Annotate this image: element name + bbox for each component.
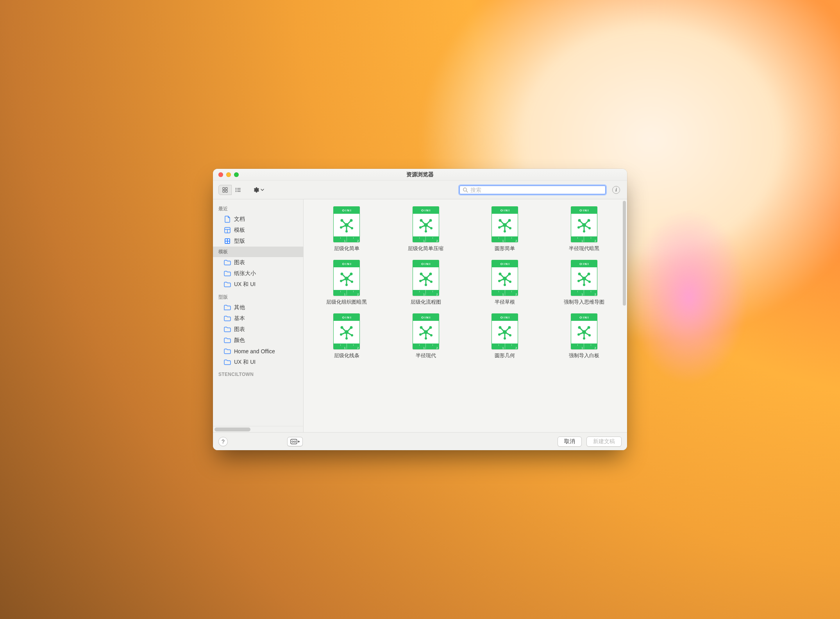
template-label: 圆形几何 — [495, 352, 515, 359]
template-item[interactable]: 层级化线条 — [309, 313, 384, 359]
settings-menu-button[interactable] — [251, 185, 266, 195]
list-view-button[interactable] — [231, 185, 245, 195]
template-item[interactable]: 层级化流程图 — [388, 260, 464, 306]
template-thumbnail — [571, 260, 597, 296]
svg-point-153 — [292, 441, 293, 442]
template-thumbnail — [571, 206, 597, 242]
template-thumbnail — [413, 206, 439, 242]
template-label: 强制导入思维导图 — [564, 299, 604, 306]
svg-line-26 — [342, 220, 347, 225]
svg-line-147 — [579, 327, 584, 332]
svg-point-4 — [236, 188, 237, 189]
stencil-icon — [224, 238, 231, 245]
sidebar-item-label: 颜色 — [234, 337, 245, 344]
template-item[interactable]: 半径现代 — [388, 313, 464, 359]
folder-icon — [224, 337, 231, 344]
titlebar: 资源浏览器 — [213, 169, 627, 181]
template-item[interactable]: 圆形几何 — [467, 313, 543, 359]
svg-rect-19 — [228, 242, 229, 243]
folder-icon — [224, 281, 231, 288]
resource-browser-window: 资源浏览器 i 最近 文档 — [213, 169, 627, 450]
template-item[interactable]: 强制导入白板 — [547, 313, 622, 359]
template-label: 半径现代暗黑 — [569, 245, 599, 252]
svg-line-27 — [347, 220, 351, 225]
svg-line-148 — [584, 327, 589, 332]
svg-rect-17 — [228, 239, 229, 241]
template-icon — [224, 227, 231, 234]
window-controls — [213, 172, 239, 177]
grid-view-button[interactable] — [218, 185, 232, 195]
template-item[interactable]: 强制导入思维导图 — [547, 260, 622, 306]
info-icon: i — [612, 186, 620, 194]
info-button[interactable]: i — [611, 184, 622, 195]
help-button[interactable]: ? — [218, 437, 228, 446]
sidebar-item-paper-sizes[interactable]: 纸张大小 — [213, 268, 303, 279]
sidebar-item-label: 型版 — [234, 238, 245, 245]
add-stencil-button[interactable] — [287, 437, 303, 446]
close-window-button[interactable] — [218, 172, 223, 177]
template-label: 层级化组织图暗黑 — [326, 299, 367, 306]
grid-view-icon — [222, 187, 228, 193]
gear-icon — [252, 186, 259, 193]
section-templates[interactable]: 模板 — [213, 247, 303, 257]
search-field[interactable] — [458, 184, 607, 195]
template-item[interactable]: 层级化简单压缩 — [388, 206, 464, 252]
footer: ? 取消 新建文稿 — [213, 432, 627, 450]
sidebar-item-label: 基本 — [234, 315, 245, 322]
svg-rect-0 — [223, 188, 225, 190]
sidebar-item-home-office[interactable]: Home and Office — [213, 346, 303, 357]
template-label: 强制导入白板 — [569, 352, 599, 359]
sidebar-item-documents[interactable]: 文档 — [213, 214, 303, 225]
search-icon — [463, 187, 468, 193]
template-thumbnail — [413, 313, 439, 349]
template-thumbnail — [571, 313, 597, 349]
sidebar-item-colors[interactable]: 颜色 — [213, 335, 303, 346]
sidebar-item-stencils[interactable]: 型版 — [213, 236, 303, 247]
sidebar-item-charts-2[interactable]: 图表 — [213, 324, 303, 335]
sidebar-hscrollbar[interactable] — [213, 426, 303, 432]
svg-line-103 — [579, 274, 584, 279]
cancel-button[interactable]: 取消 — [558, 437, 582, 447]
svg-point-8 — [236, 191, 237, 192]
template-thumbnail — [491, 313, 518, 349]
sidebar-item-other[interactable]: 其他 — [213, 302, 303, 313]
svg-line-115 — [347, 327, 351, 332]
svg-line-70 — [342, 274, 347, 279]
template-thumbnail — [333, 260, 360, 296]
template-item[interactable]: 圆形简单 — [467, 206, 543, 252]
template-item[interactable]: 层级化简单 — [309, 206, 384, 252]
template-item[interactable]: 半径现代暗黑 — [547, 206, 622, 252]
sidebar-item-ux-ui-2[interactable]: UX 和 UI — [213, 357, 303, 368]
sidebar-item-label: 图表 — [234, 326, 245, 333]
svg-line-81 — [421, 274, 426, 279]
sidebar-item-basic[interactable]: 基本 — [213, 313, 303, 324]
svg-line-92 — [500, 274, 505, 279]
content-vscrollbar[interactable] — [623, 201, 626, 306]
template-thumbnail — [333, 313, 360, 349]
sidebar-item-label: UX 和 UI — [234, 359, 256, 366]
svg-line-104 — [584, 274, 589, 279]
search-input[interactable] — [470, 187, 602, 193]
svg-line-48 — [500, 220, 505, 225]
sidebar: 最近 文档 模板 型版 模板 图表 纸张大小 — [213, 199, 304, 432]
sidebar-item-charts[interactable]: 图表 — [213, 257, 303, 268]
svg-line-82 — [426, 274, 431, 279]
section-stenciltown: STENCILTOWN — [213, 368, 303, 379]
svg-line-114 — [342, 327, 347, 332]
svg-line-60 — [584, 220, 589, 225]
svg-line-136 — [500, 327, 505, 332]
template-item[interactable]: 层级化组织图暗黑 — [309, 260, 384, 306]
folder-icon — [224, 304, 231, 311]
folder-icon — [224, 315, 231, 322]
template-grid: 层级化简单 层级化简单压缩 圆形简单 半径现代暗黑 层级化组织图暗黑 — [309, 206, 622, 359]
svg-rect-7 — [237, 190, 241, 190]
template-item[interactable]: 半径草根 — [467, 260, 543, 306]
minimize-window-button[interactable] — [226, 172, 231, 177]
svg-rect-3 — [225, 190, 227, 192]
zoom-window-button[interactable] — [234, 172, 239, 177]
new-document-button[interactable]: 新建文稿 — [586, 437, 622, 447]
folder-icon — [224, 359, 231, 366]
sidebar-item-templates[interactable]: 模板 — [213, 225, 303, 236]
sidebar-item-ux-ui[interactable]: UX 和 UI — [213, 279, 303, 290]
document-icon — [224, 216, 231, 223]
